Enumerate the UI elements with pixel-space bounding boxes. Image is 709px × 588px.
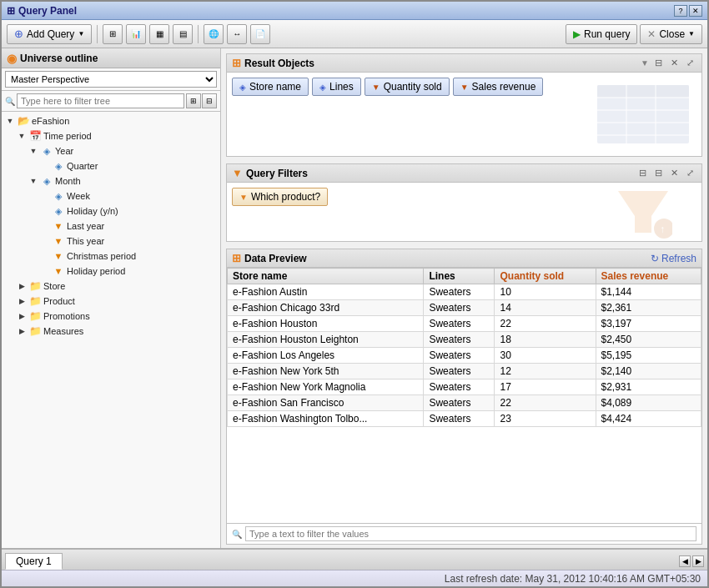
- table-cell: e-Fashion New York 5th: [228, 364, 424, 379]
- filter-values-input[interactable]: [245, 526, 696, 541]
- run-query-label: Run query: [584, 28, 630, 40]
- measures-label: Measures: [43, 326, 83, 336]
- refresh-button[interactable]: ↻ Refresh: [651, 253, 696, 264]
- table-cell: 22: [495, 316, 596, 332]
- expand-time-period[interactable]: ▼: [17, 131, 27, 141]
- expand-all-button[interactable]: ⊞: [186, 93, 201, 108]
- query-filters-header: ▼ Query Filters ⊟ ⊟ ✕ ⤢: [227, 164, 701, 183]
- add-query-button[interactable]: ⊕ Add Query ▼: [7, 24, 92, 44]
- sales-revenue-chip[interactable]: ▼ Sales revenue: [453, 78, 544, 96]
- expand-product[interactable]: ▶: [17, 296, 27, 306]
- column-icon-btn[interactable]: ▦: [149, 24, 169, 44]
- run-query-icon: ▶: [573, 28, 581, 40]
- qf-btn2[interactable]: ⊟: [651, 168, 665, 179]
- minimize-button[interactable]: ?: [674, 5, 687, 17]
- tree-item-measures[interactable]: ▶ 📁 Measures: [2, 324, 220, 339]
- tree-item-efashion[interactable]: ▼ 📂 eFashion: [2, 113, 220, 128]
- table-cell: $2,140: [596, 364, 701, 379]
- result-objects-watermark: [585, 73, 701, 156]
- universe-outline-header: ◉ Universe outline: [2, 48, 220, 68]
- filter-funnel-icon: ▼: [641, 58, 649, 68]
- table-cell: 17: [495, 379, 596, 395]
- christmas-label: Christmas period: [67, 251, 136, 261]
- tree-item-last-year[interactable]: ▶ ▼ Last year: [2, 219, 220, 234]
- col-quantity-sold[interactable]: Quantity sold: [495, 269, 596, 284]
- tree-item-holiday-yn[interactable]: ▶ ◈ Holiday (y/n): [2, 204, 220, 219]
- toolbar: ⊕ Add Query ▼ ⊞ 📊 ▦ ▤ 🌐 ↔ 📄 ▶ Run query …: [2, 20, 707, 48]
- query-1-tab-label: Query 1: [16, 555, 52, 567]
- collapse-all-button[interactable]: ⊟: [202, 93, 217, 108]
- table-row: e-Fashion Washington Tolbo...Sweaters23$…: [228, 411, 701, 427]
- qf-close-btn[interactable]: ✕: [667, 168, 681, 179]
- filter-bar: 🔍 ⊞ ⊟: [2, 91, 220, 112]
- tree-item-time-period[interactable]: ▼ 📅 Time period: [2, 128, 220, 143]
- expand-promotions[interactable]: ▶: [17, 311, 27, 321]
- expand-efashion[interactable]: ▼: [5, 116, 15, 126]
- col-lines[interactable]: Lines: [424, 269, 495, 284]
- result-objects-settings-btn[interactable]: ⊟: [651, 58, 665, 69]
- tab-prev-button[interactable]: ◀: [679, 555, 691, 567]
- right-panel: ⊞ Result Objects ▼ ⊟ ✕ ⤢ ◈ Store name: [221, 48, 707, 548]
- tree-item-product[interactable]: ▶ 📁 Product: [2, 294, 220, 309]
- close-icon: ✕: [647, 28, 656, 40]
- run-query-button[interactable]: ▶ Run query: [566, 24, 637, 44]
- which-product-chip[interactable]: ▼ Which product?: [232, 188, 328, 206]
- globe-icon-btn[interactable]: 🌐: [204, 24, 224, 44]
- chart-icon-btn[interactable]: 📊: [126, 24, 146, 44]
- tree-item-week[interactable]: ▶ ◈ Week: [2, 188, 220, 204]
- grid-icon-btn[interactable]: ▤: [173, 24, 193, 44]
- tree-item-holiday-period[interactable]: ▶ ▼ Holiday period: [2, 264, 220, 279]
- quantity-sold-chip[interactable]: ▼ Quantity sold: [365, 78, 450, 96]
- expand-year[interactable]: ▼: [28, 146, 38, 156]
- expand-month[interactable]: ▼: [28, 176, 38, 186]
- tree-item-store[interactable]: ▶ 📁 Store: [2, 279, 220, 294]
- close-button[interactable]: ✕ Close ▼: [640, 24, 702, 44]
- doc-icon-btn[interactable]: 📄: [250, 24, 270, 44]
- help-button[interactable]: ✕: [689, 5, 702, 17]
- table-cell: $2,931: [596, 379, 701, 395]
- tree-item-promotions[interactable]: ▶ 📁 Promotions: [2, 309, 220, 324]
- table-row: e-Fashion AustinSweaters10$1,144: [228, 284, 701, 300]
- query-1-tab[interactable]: Query 1: [5, 553, 63, 570]
- table-row: e-Fashion New York 5thSweaters12$2,140: [228, 364, 701, 379]
- table-cell: 18: [495, 332, 596, 348]
- toolbar-sep-2: [198, 25, 199, 43]
- result-objects-section: ⊞ Result Objects ▼ ⊟ ✕ ⤢ ◈ Store name: [226, 53, 702, 157]
- col-sales-revenue[interactable]: Sales revenue: [596, 269, 701, 284]
- expand-store[interactable]: ▶: [17, 281, 27, 291]
- expand-measures[interactable]: ▶: [17, 326, 27, 336]
- qf-btn1[interactable]: ⊟: [636, 168, 649, 179]
- tree-item-year[interactable]: ▼ ◈ Year: [2, 143, 220, 158]
- table-row: e-Fashion New York MagnoliaSweaters17$2,…: [228, 379, 701, 395]
- add-query-label: Add Query: [27, 28, 74, 40]
- tree-item-month[interactable]: ▼ ◈ Month: [2, 173, 220, 188]
- table-cell: $5,195: [596, 348, 701, 364]
- tree-item-christmas[interactable]: ▶ ▼ Christmas period: [2, 249, 220, 264]
- tree-item-this-year[interactable]: ▶ ▼ This year: [2, 234, 220, 249]
- arrow-icon-btn[interactable]: ↔: [227, 24, 247, 44]
- table-icon-btn[interactable]: ⊞: [103, 24, 123, 44]
- store-name-chip[interactable]: ◈ Store name: [232, 78, 309, 96]
- tree-filter-input[interactable]: [17, 93, 184, 108]
- dropdown-bar: Master Perspective: [2, 68, 220, 91]
- tree-item-quarter[interactable]: ▶ ◈ Quarter: [2, 158, 220, 173]
- result-objects-expand-btn[interactable]: ⤢: [683, 58, 696, 69]
- sales-revenue-chip-label: Sales revenue: [472, 81, 536, 93]
- result-objects-label: Result Objects: [244, 58, 314, 69]
- week-icon: ◈: [52, 189, 65, 203]
- table-cell: Sweaters: [424, 364, 495, 379]
- lines-chip[interactable]: ◈ Lines: [312, 78, 361, 96]
- table-cell: e-Fashion New York Magnolia: [228, 379, 424, 395]
- qf-expand-btn[interactable]: ⤢: [683, 168, 696, 179]
- col-store-name[interactable]: Store name: [228, 269, 424, 284]
- toolbar-right: ▶ Run query ✕ Close ▼: [566, 24, 702, 44]
- perspective-dropdown[interactable]: Master Perspective: [5, 71, 217, 88]
- refresh-label: Refresh: [661, 253, 696, 264]
- toolbar-sep-1: [97, 25, 98, 43]
- table-cell: e-Fashion Houston: [228, 316, 424, 332]
- close-dropdown-icon: ▼: [688, 30, 695, 38]
- month-label: Month: [55, 176, 81, 186]
- status-bar: Last refresh date: May 31, 2012 10:40:16…: [2, 570, 707, 586]
- result-objects-close-btn[interactable]: ✕: [667, 58, 681, 69]
- tab-next-button[interactable]: ▶: [692, 555, 704, 567]
